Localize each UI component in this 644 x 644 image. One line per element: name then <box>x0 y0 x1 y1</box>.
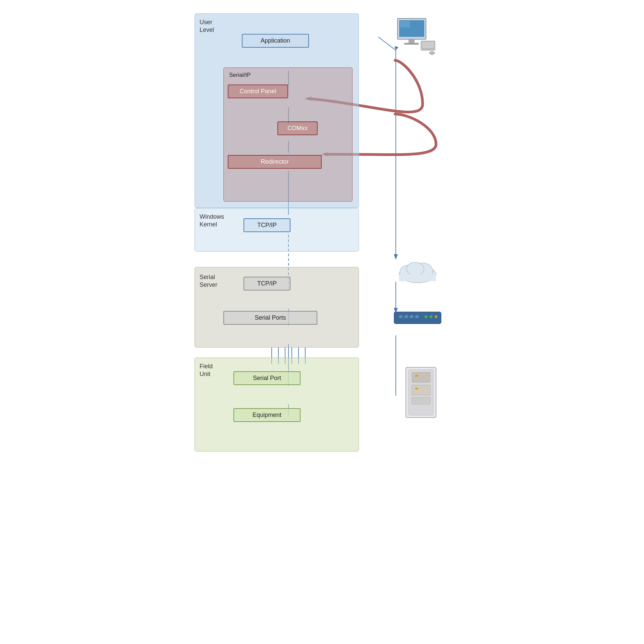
kernel-label: Windows Kernel <box>200 213 224 229</box>
field-unit-label: Field Unit <box>200 363 213 378</box>
serial-server-panel: Serial Server TCP/IP Serial Ports <box>195 267 359 347</box>
server-tcpip-box: TCP/IP <box>244 277 290 290</box>
svg-rect-38 <box>399 274 436 281</box>
user-level-panel: User Level Application Serial/IP Control… <box>195 13 359 208</box>
kernel-tcpip-box: TCP/IP <box>244 218 290 232</box>
computer-icon <box>392 17 439 55</box>
svg-rect-28 <box>400 21 410 28</box>
svg-rect-30 <box>404 43 419 45</box>
svg-rect-41 <box>405 315 408 318</box>
serial-server-label: Serial Server <box>200 273 217 289</box>
diagram-wrapper: User Level Application Serial/IP Control… <box>195 13 449 631</box>
svg-point-37 <box>407 262 424 276</box>
cabinet-icon <box>402 366 439 419</box>
cloud-icon <box>396 255 439 285</box>
svg-point-33 <box>429 51 435 55</box>
svg-rect-49 <box>412 372 430 382</box>
svg-rect-42 <box>410 315 413 318</box>
serial-ports-box: Serial Ports <box>223 311 317 325</box>
comxx-box: COMxx <box>277 121 318 135</box>
router-icon <box>392 305 443 329</box>
svg-point-45 <box>430 315 432 318</box>
svg-rect-51 <box>412 397 430 404</box>
svg-rect-29 <box>409 39 415 43</box>
svg-rect-32 <box>422 42 434 48</box>
redirector-box: Redirector <box>228 155 322 169</box>
field-unit-panel: Field Unit Serial Port Equipment <box>195 358 359 451</box>
svg-rect-43 <box>415 315 419 318</box>
user-level-label: User Level <box>200 18 214 34</box>
svg-rect-40 <box>399 315 402 318</box>
serial-ip-panel: Serial/IP Control Panel COMxx Redirector <box>223 67 353 202</box>
field-serial-port-box: Serial Port <box>233 371 301 385</box>
serial-ip-label: Serial/IP <box>229 72 348 78</box>
equipment-box: Equipment <box>233 408 301 422</box>
svg-point-44 <box>425 315 427 318</box>
svg-rect-50 <box>412 385 430 395</box>
svg-rect-52 <box>415 375 418 377</box>
svg-rect-53 <box>415 388 418 389</box>
svg-point-46 <box>435 315 437 318</box>
application-box: Application <box>242 34 309 48</box>
kernel-panel: Windows Kernel TCP/IP <box>195 208 359 252</box>
control-panel-box: Control Panel <box>228 85 288 98</box>
